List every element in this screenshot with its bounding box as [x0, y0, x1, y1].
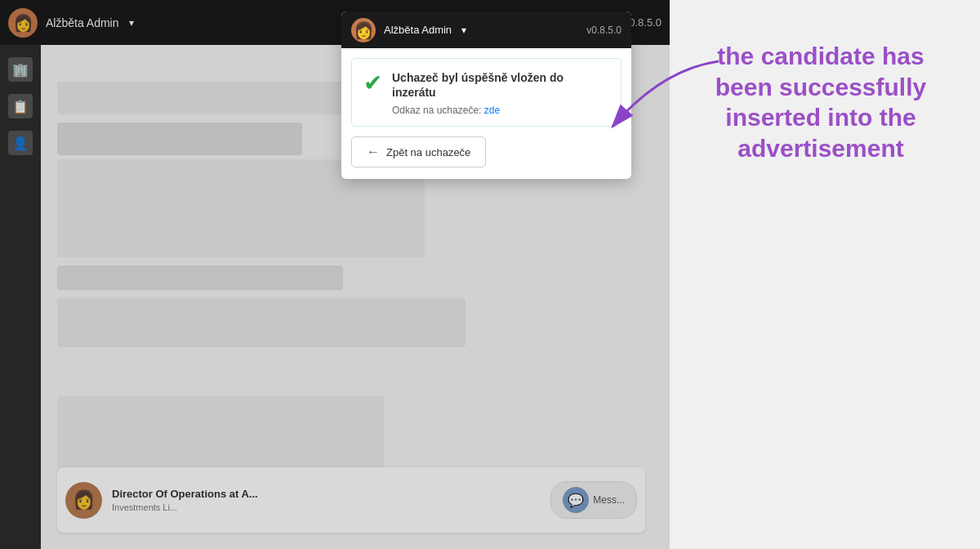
back-arrow-icon: ←	[367, 145, 380, 159]
modal-topbar: 👩 Alžběta Admin ▾ v0.8.5.0	[341, 11, 631, 48]
link-prefix: Odkaz na uchazeče:	[392, 105, 484, 116]
back-button[interactable]: ← Zpět na uchazeče	[351, 136, 486, 167]
check-icon: ✔	[363, 72, 382, 95]
modal-version: v0.8.5.0	[586, 25, 621, 36]
annotation-text: the candidate has been successfully inse…	[710, 41, 931, 163]
modal-dropdown-icon[interactable]: ▾	[461, 25, 466, 36]
modal-avatar: 👩	[351, 18, 376, 42]
back-button-label: Zpět na uchazeče	[386, 146, 470, 158]
notification-link[interactable]: zde	[484, 105, 500, 116]
arrow-annotation-svg	[564, 53, 727, 151]
annotation-area: the candidate has been successfully inse…	[710, 41, 931, 163]
modal-admin-name: Alžběta Admin	[384, 24, 452, 36]
